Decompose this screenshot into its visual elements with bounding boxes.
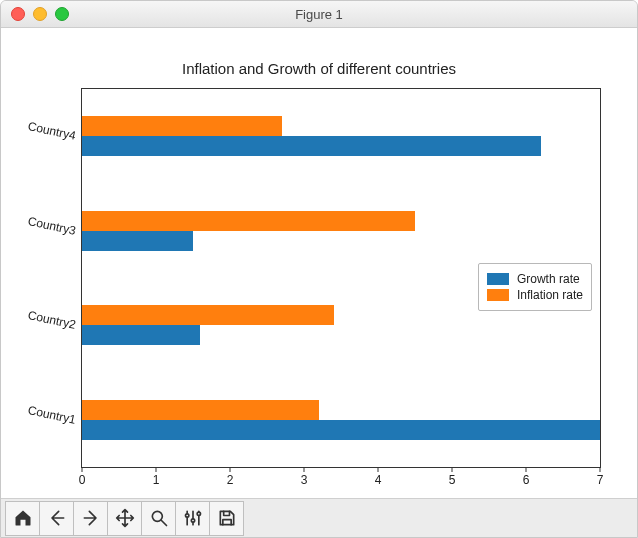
sliders-icon — [183, 508, 203, 528]
legend-swatch-growth — [487, 273, 509, 285]
svg-point-2 — [191, 519, 194, 522]
bar-growth — [82, 420, 600, 440]
minimize-icon[interactable] — [33, 7, 47, 21]
toolbar — [1, 498, 637, 537]
close-icon[interactable] — [11, 7, 25, 21]
home-button[interactable] — [5, 501, 40, 536]
arrow-left-icon — [47, 508, 67, 528]
y-tick-label: Country4 — [27, 119, 78, 143]
bar-inflation — [82, 116, 282, 136]
bar-growth — [82, 325, 200, 345]
legend-swatch-inflation — [487, 289, 509, 301]
home-icon — [13, 508, 33, 528]
x-tick-label: 6 — [523, 473, 530, 487]
bar-growth — [82, 231, 193, 251]
legend-label-growth: Growth rate — [517, 272, 580, 286]
zoom-button[interactable] — [141, 501, 176, 536]
x-tick-label: 5 — [449, 473, 456, 487]
traffic-lights — [11, 7, 69, 21]
svg-point-1 — [185, 514, 188, 517]
legend-item-growth: Growth rate — [487, 272, 583, 286]
x-tick-label: 3 — [301, 473, 308, 487]
move-icon — [115, 508, 135, 528]
bar-growth — [82, 136, 541, 156]
legend-item-inflation: Inflation rate — [487, 288, 583, 302]
forward-button[interactable] — [73, 501, 108, 536]
chart-title: Inflation and Growth of different countr… — [1, 60, 637, 77]
back-button[interactable] — [39, 501, 74, 536]
x-tick-label: 0 — [79, 473, 86, 487]
chart-axes: Growth rate Inflation rate 01234567Count… — [81, 88, 601, 468]
legend-label-inflation: Inflation rate — [517, 288, 583, 302]
y-tick-label: Country2 — [27, 308, 78, 332]
x-tick-label: 1 — [153, 473, 160, 487]
pan-button[interactable] — [107, 501, 142, 536]
arrow-right-icon — [81, 508, 101, 528]
plot-canvas: Inflation and Growth of different countr… — [1, 28, 637, 498]
y-tick-label: Country3 — [27, 214, 78, 238]
svg-point-3 — [197, 512, 200, 515]
save-button[interactable] — [209, 501, 244, 536]
figure-window: Figure 1 Inflation and Growth of differe… — [0, 0, 638, 538]
y-tick-label: Country1 — [27, 403, 78, 427]
bar-inflation — [82, 305, 334, 325]
window-title: Figure 1 — [1, 7, 637, 22]
bar-inflation — [82, 400, 319, 420]
magnifier-icon — [149, 508, 169, 528]
bar-inflation — [82, 211, 415, 231]
zoom-window-icon[interactable] — [55, 7, 69, 21]
save-icon — [217, 508, 237, 528]
x-tick-label: 2 — [227, 473, 234, 487]
x-tick-label: 4 — [375, 473, 382, 487]
x-tick-label: 7 — [597, 473, 604, 487]
legend: Growth rate Inflation rate — [478, 263, 592, 311]
titlebar: Figure 1 — [1, 1, 637, 28]
svg-point-0 — [152, 511, 162, 521]
configure-button[interactable] — [175, 501, 210, 536]
